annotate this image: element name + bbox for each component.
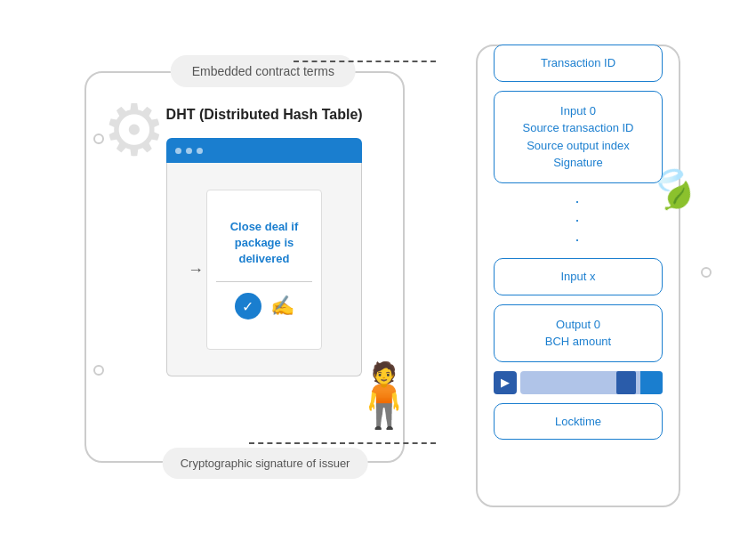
browser-window: → Close deal if package is delivered ✓ ✍ bbox=[166, 138, 362, 387]
bch-amount-label: BCH amount bbox=[512, 333, 644, 351]
dashed-line-bottom bbox=[249, 442, 436, 444]
browser-bar bbox=[166, 138, 362, 163]
right-panel: 🍃 Transaction ID Input 0 Source transact… bbox=[454, 18, 703, 516]
browser-body: → Close deal if package is delivered ✓ ✍ bbox=[166, 163, 362, 376]
locktime-card: Locktime bbox=[494, 403, 663, 441]
circle-bottom-left bbox=[93, 365, 104, 376]
doc-text: Close deal if package is delivered bbox=[216, 219, 312, 268]
progress-arrow-icon: ▶ bbox=[494, 371, 517, 394]
arrow-right-icon: → bbox=[188, 260, 204, 279]
progress-bar-row: ▶ bbox=[494, 371, 663, 394]
output-group-card: Output 0 BCH amount bbox=[494, 304, 663, 362]
crypto-label: Cryptographic signature of issuer bbox=[163, 448, 368, 479]
main-container: ⚙ Embedded contract terms DHT (Distribut… bbox=[0, 0, 756, 534]
checkmark-icon: ✓ bbox=[235, 293, 261, 320]
doc-bottom: ✓ ✍ bbox=[235, 293, 294, 320]
dht-title: DHT (Distributed Hash Table) bbox=[166, 107, 363, 123]
progress-bar-track bbox=[520, 371, 663, 394]
signature-icon: ✍ bbox=[270, 295, 294, 318]
doc-divider bbox=[216, 281, 312, 282]
input-x-card: Input x bbox=[494, 258, 663, 295]
browser-dot-2 bbox=[186, 148, 192, 154]
signature-label: Signature bbox=[512, 154, 644, 172]
browser-dot-1 bbox=[175, 148, 181, 154]
left-panel: ⚙ Embedded contract terms DHT (Distribut… bbox=[53, 18, 436, 516]
browser-dot-3 bbox=[197, 148, 203, 154]
locktime-text: Locktime bbox=[555, 415, 601, 428]
input-x-text: Input x bbox=[560, 270, 595, 283]
progress-bar-end bbox=[640, 371, 663, 394]
gear-icon: ⚙ bbox=[102, 89, 166, 172]
doc-paper: → Close deal if package is delivered ✓ ✍ bbox=[206, 190, 322, 350]
source-output-label: Source output index bbox=[512, 137, 644, 155]
input-0-label: Input 0 bbox=[512, 102, 644, 120]
progress-bar-segment bbox=[616, 371, 636, 394]
transaction-id-text: Transaction ID bbox=[541, 56, 615, 69]
source-tx-label: Source transaction ID bbox=[512, 119, 644, 137]
person-icon: 🧍 bbox=[345, 359, 422, 432]
output-0-label: Output 0 bbox=[512, 316, 644, 334]
dashed-line-top bbox=[294, 61, 436, 62]
input-group-card: Input 0 Source transaction ID Source out… bbox=[494, 91, 663, 183]
circle-right bbox=[701, 267, 712, 278]
transaction-id-card: Transaction ID bbox=[494, 44, 663, 82]
